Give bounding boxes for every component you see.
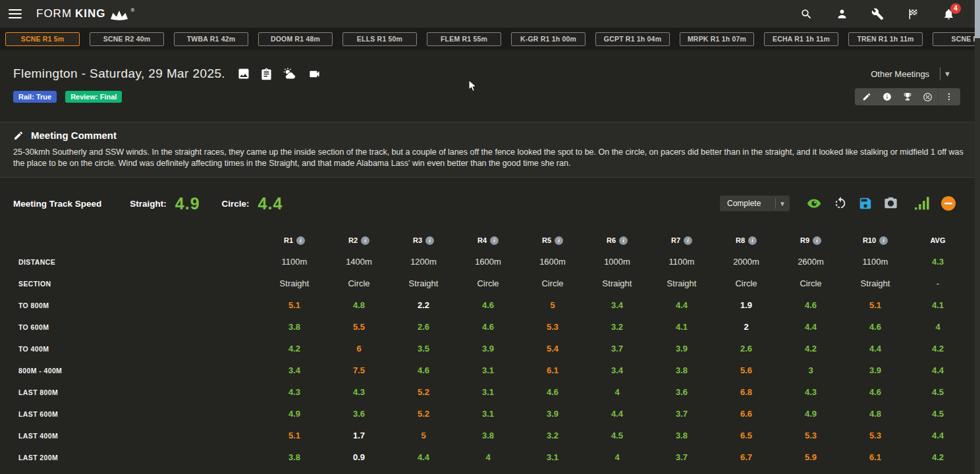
speed-cell: 1.9 xyxy=(714,300,778,310)
save-icon[interactable] xyxy=(858,196,873,211)
table-row: LAST 200M3.80.94.443.143.76.75.96.14.2 xyxy=(13,446,967,468)
race-tab[interactable]: ECHA R1 1h 11m xyxy=(764,32,838,46)
sectional-speed-table: R1iR2iR3iR4iR5iR6iR7iR8iR9iR10iAVG DISTA… xyxy=(13,230,967,468)
column-header-r8: R8i xyxy=(714,236,778,245)
signal-bars-icon[interactable] xyxy=(914,196,930,211)
speed-cell: 4.4 xyxy=(778,322,843,332)
account-icon[interactable] xyxy=(836,8,848,20)
vertical-scrollbar[interactable] xyxy=(975,0,980,474)
race-tab[interactable]: SCNE R1 5m xyxy=(5,32,80,46)
speed-cell: 6.5 xyxy=(714,431,778,440)
speed-cell: 4.6 xyxy=(778,300,843,310)
eye-icon[interactable] xyxy=(805,196,823,211)
edit-pencil-icon[interactable] xyxy=(856,88,877,105)
speed-cell: 7.5 xyxy=(327,365,391,375)
speed-cell: 5.3 xyxy=(843,431,908,440)
speed-cell: 3.8 xyxy=(262,452,327,462)
track-speed-section: Meeting Track Speed Straight: 4.9 Circle… xyxy=(13,192,967,215)
speed-cell: Straight xyxy=(262,278,327,288)
speed-cell: Straight xyxy=(649,278,714,288)
speed-cell: 4.4 xyxy=(649,300,714,310)
row-label: LAST 600M xyxy=(13,410,262,418)
race-tab[interactable]: TREN R1 1h 11m xyxy=(848,32,923,46)
info-icon[interactable]: i xyxy=(555,236,563,245)
speed-cell: 5.3 xyxy=(520,322,585,332)
scrollbar-thumb[interactable] xyxy=(975,0,980,38)
speed-cell: 4.4 xyxy=(391,452,456,462)
speed-cell: 5.5 xyxy=(327,322,391,332)
image-icon[interactable] xyxy=(237,67,250,80)
speed-cell: Straight xyxy=(585,278,649,288)
speed-cell: 4.4 xyxy=(908,431,968,440)
race-tab[interactable]: K-GR R1 1h 00m xyxy=(511,32,585,46)
column-header-avg: AVG xyxy=(908,236,968,244)
video-camera-icon[interactable] xyxy=(308,68,321,80)
speed-cell: 6.8 xyxy=(714,387,778,397)
row-label: TO 800M xyxy=(13,302,262,309)
info-icon[interactable]: i xyxy=(361,236,369,245)
speed-cell: Straight xyxy=(843,278,908,288)
search-icon[interactable] xyxy=(800,8,813,20)
trophy-icon[interactable] xyxy=(897,88,917,105)
info-icon[interactable]: i xyxy=(490,236,499,245)
dropdown-divider xyxy=(940,67,940,80)
weather-icon[interactable] xyxy=(283,67,298,80)
speed-cell: 4.6 xyxy=(843,387,908,397)
speed-cell: 3.9 xyxy=(843,365,908,375)
logo-king-text: KING xyxy=(75,7,106,20)
table-row: 800M - 400M3.47.54.63.16.13.43.85.633.94… xyxy=(13,359,967,381)
speed-cell: 4.2 xyxy=(908,344,968,354)
clipboard-icon[interactable] xyxy=(260,68,273,80)
speed-cell: 3.4 xyxy=(585,300,649,310)
kebab-menu-icon[interactable] xyxy=(939,88,959,105)
race-tab[interactable]: DOOM R1 48m xyxy=(258,32,333,46)
column-header-r1: R1i xyxy=(262,236,327,245)
circle-label: Circle: xyxy=(222,199,250,209)
info-icon[interactable]: i xyxy=(748,236,757,245)
speed-cell: 3.4 xyxy=(585,365,649,375)
table-row: SECTIONStraightCircleStraightCircleCircl… xyxy=(13,273,967,294)
speed-cell: 6.1 xyxy=(520,365,585,375)
info-icon[interactable]: i xyxy=(619,236,628,245)
status-dropdown[interactable]: Complete ▼ xyxy=(720,196,790,211)
comment-text: 25-30kmh Southerly and SSW winds. In the… xyxy=(13,147,967,169)
info-icon[interactable]: i xyxy=(425,236,434,245)
speed-cell: 5 xyxy=(391,431,456,440)
speed-cell: 5.3 xyxy=(778,431,843,440)
camera-icon[interactable] xyxy=(883,196,898,211)
race-tab[interactable]: TWBA R1 42m xyxy=(174,32,248,46)
speed-cell: 3.2 xyxy=(585,322,649,332)
speed-cell: 4 xyxy=(456,452,520,462)
speed-cell: 5 xyxy=(520,300,585,310)
speed-cell: 4.3 xyxy=(262,387,327,397)
speed-cell: 3.9 xyxy=(649,344,714,354)
percent-icon[interactable] xyxy=(917,88,938,105)
speed-cell: - xyxy=(908,278,968,288)
other-meetings-dropdown[interactable]: Other Meetings ▼ xyxy=(871,67,951,80)
race-tab[interactable]: SCNE R2 40m xyxy=(90,32,164,46)
undo-icon[interactable] xyxy=(833,196,848,211)
notifications-icon[interactable]: 4 xyxy=(942,8,955,20)
badges: Rail: TrueReview: Final xyxy=(13,91,130,103)
tools-icon[interactable] xyxy=(871,8,884,20)
minus-circle-icon[interactable] xyxy=(940,196,956,211)
menu-icon[interactable] xyxy=(9,7,22,21)
race-tab[interactable]: ELLS R1 50m xyxy=(342,32,417,46)
table-row: LAST 600M4.93.65.23.13.94.43.76.64.94.84… xyxy=(13,403,967,425)
info-icon[interactable]: i xyxy=(296,236,305,245)
race-flag-icon[interactable] xyxy=(907,8,919,20)
race-tab[interactable]: SCNE R3 1 xyxy=(933,32,980,46)
table-row: TO 600M3.85.52.64.65.33.24.124.44.64 xyxy=(13,316,967,338)
race-tab[interactable]: GCPT R1 1h 04m xyxy=(595,32,670,46)
info-icon[interactable] xyxy=(877,88,897,105)
info-icon[interactable]: i xyxy=(813,236,821,245)
race-tab[interactable]: MRPK R1 1h 07m xyxy=(680,32,754,46)
other-meetings-label: Other Meetings xyxy=(871,69,929,79)
info-icon[interactable]: i xyxy=(684,236,692,245)
speed-cell: 3.8 xyxy=(649,365,714,375)
race-tabbar: SCNE R1 5mSCNE R2 40mTWBA R1 42mDOOM R1 … xyxy=(0,28,980,50)
race-tab[interactable]: FLEM R1 55m xyxy=(427,32,501,46)
info-icon[interactable]: i xyxy=(879,236,888,245)
speed-cell: 3.7 xyxy=(649,452,714,462)
speed-cell: 4.6 xyxy=(456,322,520,332)
